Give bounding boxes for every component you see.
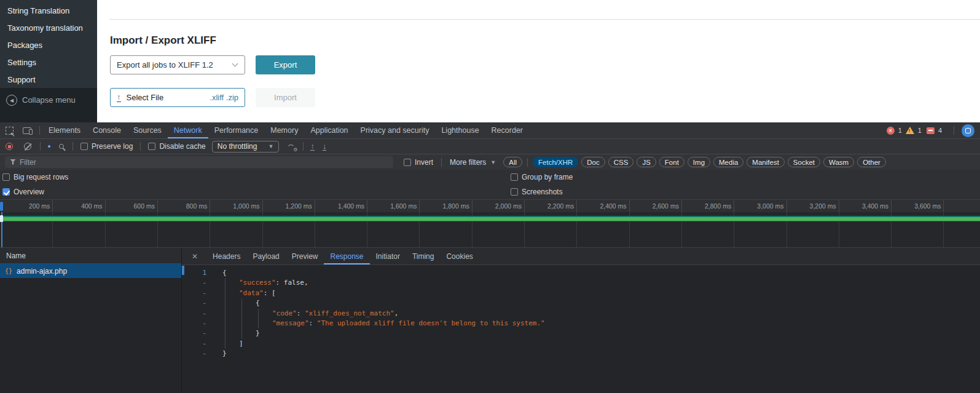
code-token: "message" xyxy=(272,319,309,328)
network-toolbar: Preserve log Disable cache No throttling… xyxy=(0,138,980,154)
group-by-frame-option[interactable]: Group by frame xyxy=(511,173,573,181)
filter-pill-fetch-xhr[interactable]: Fetch/XHR xyxy=(533,157,578,167)
screenshots-checkbox[interactable] xyxy=(511,188,518,196)
invert-filter-option[interactable]: Invert xyxy=(404,158,433,167)
sidebar-item-settings[interactable]: Settings xyxy=(0,54,97,71)
detail-tab-payload[interactable]: Payload xyxy=(246,248,285,264)
more-filters-button[interactable]: More filters ▼ xyxy=(450,158,496,167)
devtools-tab-sources[interactable]: Sources xyxy=(127,122,168,138)
search-icon[interactable] xyxy=(59,144,64,149)
issues-icon[interactable] xyxy=(927,127,935,134)
devtools-tab-privacy-and-security[interactable]: Privacy and security xyxy=(355,122,436,138)
devtools-tab-memory[interactable]: Memory xyxy=(264,122,304,138)
disable-cache-checkbox[interactable] xyxy=(148,143,155,150)
filter-pill-manifest[interactable]: Manifest xyxy=(747,157,784,167)
filter-pill-wasm[interactable]: Wasm xyxy=(823,157,854,167)
overview-option[interactable]: Overview xyxy=(2,188,44,196)
sidebar-item-taxonomy-translation[interactable]: Taxonomy translation xyxy=(0,20,97,37)
detail-tab-preview[interactable]: Preview xyxy=(286,248,324,264)
console-errors-icon[interactable]: ✕ xyxy=(887,127,895,135)
devtools-tab-network[interactable]: Network xyxy=(168,122,208,138)
devtools-tab-lighthouse[interactable]: Lighthouse xyxy=(435,122,485,138)
invert-checkbox[interactable] xyxy=(404,159,411,166)
detail-tab-headers[interactable]: Headers xyxy=(206,248,246,264)
filter-pill-socket[interactable]: Socket xyxy=(788,157,820,167)
export-type-value: Export all jobs to XLIFF 1.2 xyxy=(117,60,213,69)
network-overview[interactable] xyxy=(0,212,980,247)
close-icon[interactable]: ✕ xyxy=(192,252,198,261)
overview-activity-bar xyxy=(0,216,980,221)
detail-tab-response[interactable]: Response xyxy=(324,248,369,264)
console-warnings-icon[interactable] xyxy=(906,127,914,134)
code-token: "code" xyxy=(272,309,297,319)
devtools-tab-console[interactable]: Console xyxy=(87,122,127,138)
detail-tab-cookies[interactable]: Cookies xyxy=(440,248,479,264)
ruler-label: 3,000 ms xyxy=(734,202,784,210)
extension-icon[interactable] xyxy=(962,124,974,137)
chevron-down-icon: ▼ xyxy=(490,159,496,165)
device-toolbar-icon[interactable] xyxy=(23,127,31,134)
ruler-label: 3,200 ms xyxy=(786,202,836,210)
preserve-log-option[interactable]: Preserve log xyxy=(80,142,133,151)
response-line: -] xyxy=(182,339,980,349)
big-request-rows-checkbox[interactable] xyxy=(2,173,10,181)
ruler-tick xyxy=(943,200,944,212)
filter-pill-other[interactable]: Other xyxy=(857,157,886,167)
import-har-icon[interactable]: ↑ xyxy=(310,143,315,151)
filter-pill-doc[interactable]: Doc xyxy=(581,157,605,167)
network-options: Big request rows Group by frame Overview… xyxy=(0,170,980,199)
response-body[interactable]: 1{-"success": false,-"data": [-{-"code":… xyxy=(182,265,980,393)
filter-pill-font[interactable]: Font xyxy=(659,157,684,167)
overview-checkbox[interactable] xyxy=(2,188,10,196)
request-row[interactable]: {}admin-ajax.php xyxy=(0,264,181,278)
sidebar-item-packages[interactable]: Packages xyxy=(0,37,97,54)
detail-tab-initiator[interactable]: Initiator xyxy=(370,248,406,264)
big-request-rows-option[interactable]: Big request rows xyxy=(2,173,68,181)
record-network-log-icon[interactable] xyxy=(6,143,13,150)
devtools-tab-performance[interactable]: Performance xyxy=(208,122,265,138)
disable-cache-option[interactable]: Disable cache xyxy=(148,142,205,151)
name-column-header[interactable]: Name xyxy=(0,248,181,264)
devtools-tab-elements[interactable]: Elements xyxy=(42,122,87,138)
sidebar-item-support[interactable]: Support xyxy=(0,71,97,89)
devtools-tab-application[interactable]: Application xyxy=(304,122,354,138)
divider xyxy=(39,126,40,135)
detail-tab-timing[interactable]: Timing xyxy=(406,248,441,264)
devtools-tab-recorder[interactable]: Recorder xyxy=(485,122,529,138)
filter-pill-css[interactable]: CSS xyxy=(608,157,634,167)
screenshots-option[interactable]: Screenshots xyxy=(511,188,563,196)
network-conditions-icon[interactable] xyxy=(287,143,296,150)
throttling-select[interactable]: No throttling ▼ xyxy=(212,141,280,153)
code-token: : xyxy=(276,278,284,288)
filter-pill-all[interactable]: All xyxy=(503,157,522,167)
ruler-label: 2,200 ms xyxy=(523,202,574,210)
ruler-label: 1,200 ms xyxy=(262,202,312,210)
timeline-cursor-handle[interactable] xyxy=(0,215,3,222)
select-file-input[interactable]: ↑ Select File .xliff .zip xyxy=(110,88,245,107)
indent-guide xyxy=(222,319,272,328)
filter-pill-media[interactable]: Media xyxy=(713,157,743,167)
filter-pill-js[interactable]: JS xyxy=(637,157,656,167)
import-button[interactable]: Import xyxy=(256,88,315,107)
clear-network-log-icon[interactable] xyxy=(24,143,31,150)
sidebar-item-string-translation[interactable]: String Translation xyxy=(0,2,97,20)
export-button[interactable]: Export xyxy=(256,55,315,74)
ruler-label: 800 ms xyxy=(157,202,207,210)
preserve-log-checkbox[interactable] xyxy=(80,143,88,150)
inspect-element-icon[interactable] xyxy=(6,127,14,135)
devtools-panel: ElementsConsoleSourcesNetworkPerformance… xyxy=(0,122,980,393)
line-gutter: - xyxy=(182,278,206,288)
code-token: , xyxy=(394,309,399,319)
export-har-icon[interactable]: ↓ xyxy=(323,143,327,151)
collapse-menu-button[interactable]: ◀ Collapse menu xyxy=(0,88,97,122)
filter-input[interactable] xyxy=(5,156,393,168)
network-detail-area: Name {}admin-ajax.php ✕ HeadersPayloadPr… xyxy=(0,247,980,393)
devtools-status-badges: ✕ 1 1 4 xyxy=(887,124,974,137)
group-by-frame-checkbox[interactable] xyxy=(511,173,518,181)
export-type-select[interactable]: Export all jobs to XLIFF 1.2 xyxy=(110,55,245,74)
line-gutter: - xyxy=(182,349,206,359)
detail-tabs: HeadersPayloadPreviewResponseInitiatorTi… xyxy=(206,248,479,264)
divider xyxy=(40,142,41,151)
divider xyxy=(441,158,442,167)
filter-pill-img[interactable]: Img xyxy=(688,157,710,167)
